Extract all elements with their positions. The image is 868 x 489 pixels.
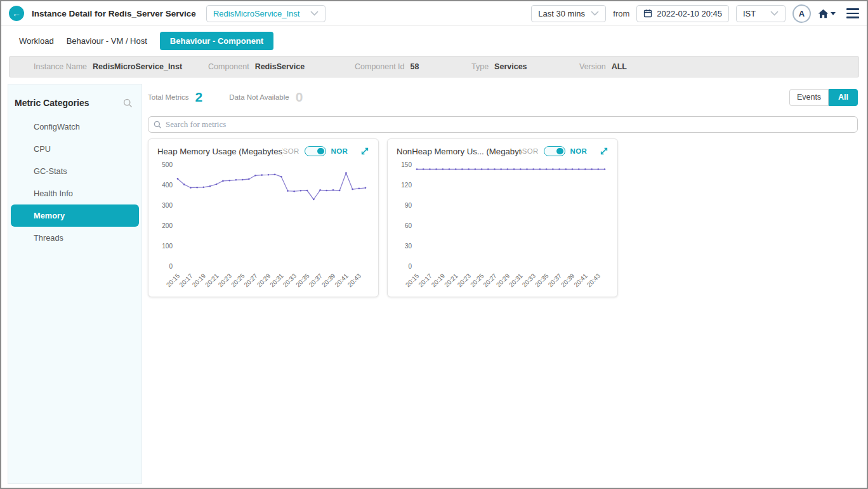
sor-label: SOR (283, 147, 299, 155)
svg-text:20:43: 20:43 (586, 272, 602, 288)
chevron-down-icon (770, 11, 779, 16)
behaviour-tabs: Workload Behaviour - VM / Host Behaviour… (1, 26, 867, 56)
top-right-controls: Last 30 mins from 2022-02-10 20:45 IST A (531, 4, 859, 23)
sidebar-title: Metric Categories (15, 98, 89, 108)
svg-text:20:21: 20:21 (443, 272, 459, 288)
data-not-available-count: 0 (296, 90, 303, 105)
total-metrics-count: 2 (195, 90, 203, 105)
info-version: Version ALL (579, 62, 858, 71)
svg-text:60: 60 (405, 222, 412, 229)
card-controls: SOR NOR (522, 146, 608, 156)
card-header: Heap Memory Usage (Megabytes) SOR NOR (148, 139, 378, 156)
svg-text:20:31: 20:31 (268, 272, 285, 288)
svg-text:120: 120 (401, 182, 412, 189)
sor-label: SOR (522, 147, 539, 155)
svg-text:20:19: 20:19 (430, 272, 447, 288)
sidebar-item-threads[interactable]: Threads (8, 227, 141, 249)
all-button[interactable]: All (829, 89, 858, 106)
info-instance-name: Instance Name RedisMicroService_Inst (34, 62, 208, 71)
calendar-icon (643, 9, 652, 18)
chevron-down-icon (591, 11, 599, 16)
sidebar-item-cpu[interactable]: CPU (8, 138, 141, 160)
chevron-down-icon (310, 11, 319, 16)
nonheap-memory-card: NonHeap Memory Us... (Megabytes) SOR NOR (387, 138, 618, 297)
svg-text:20:25: 20:25 (230, 272, 246, 288)
card-title: NonHeap Memory Us... (Megabytes) (397, 147, 522, 156)
svg-text:150: 150 (401, 161, 412, 168)
svg-text:20:23: 20:23 (217, 272, 233, 288)
heap-memory-card: Heap Memory Usage (Megabytes) SOR NOR (148, 138, 379, 297)
svg-text:20:35: 20:35 (294, 272, 311, 288)
svg-text:200: 200 (162, 222, 173, 229)
time-range-dropdown[interactable]: Last 30 mins (531, 5, 606, 22)
svg-text:0: 0 (169, 263, 173, 270)
sidebar-item-gc-stats[interactable]: GC-Stats (8, 160, 141, 182)
svg-text:20:25: 20:25 (469, 272, 485, 288)
svg-text:20:21: 20:21 (204, 272, 220, 288)
svg-text:20:17: 20:17 (417, 272, 433, 288)
from-label: from (613, 9, 629, 18)
svg-text:20:15: 20:15 (165, 272, 181, 288)
svg-text:20:43: 20:43 (346, 272, 363, 288)
card-controls: SOR NOR (283, 146, 369, 156)
timezone-dropdown[interactable]: IST (736, 5, 786, 22)
metric-cards-row: Heap Memory Usage (Megabytes) SOR NOR (148, 138, 858, 297)
tab-workload[interactable]: Workload (19, 32, 54, 50)
tab-behaviour-component[interactable]: Behaviour - Component (160, 32, 273, 50)
sidebar-item-memory[interactable]: Memory (11, 204, 139, 227)
svg-text:20:27: 20:27 (482, 272, 498, 288)
sor-nor-toggle[interactable] (305, 146, 326, 156)
datetime-picker[interactable]: 2022-02-10 20:45 (636, 5, 729, 22)
instance-dropdown[interactable]: RedisMicroService_Inst (206, 5, 326, 22)
content-layout: Metric Categories ConfigWatch CPU GC-Sta… (1, 83, 867, 488)
search-icon[interactable] (123, 98, 133, 108)
tab-behaviour-vm-host[interactable]: Behaviour - VM / Host (67, 32, 147, 50)
sidebar-item-configwatch[interactable]: ConfigWatch (8, 116, 141, 138)
events-button[interactable]: Events (789, 89, 829, 106)
svg-text:90: 90 (405, 202, 412, 209)
heap-memory-chart: 010020030040050020:1520:1720:1920:2120:2… (148, 156, 378, 291)
svg-text:0: 0 (408, 263, 412, 270)
nonheap-memory-chart: 030609012015020:1520:1720:1920:2120:2320… (388, 156, 617, 291)
svg-text:20:41: 20:41 (333, 272, 350, 288)
timezone-value: IST (743, 9, 756, 18)
svg-text:20:27: 20:27 (242, 272, 259, 288)
svg-text:100: 100 (162, 243, 173, 250)
info-component-id: Component Id 58 (355, 62, 471, 71)
sor-nor-toggle[interactable] (544, 146, 565, 156)
home-menu[interactable] (818, 9, 836, 18)
svg-text:20:41: 20:41 (572, 272, 589, 288)
user-avatar[interactable]: A (792, 4, 811, 23)
svg-text:500: 500 (162, 161, 173, 168)
top-header-bar: ← Instance Detail for Redis_Server Servi… (1, 1, 867, 26)
search-input[interactable] (166, 119, 852, 130)
svg-text:20:37: 20:37 (547, 272, 563, 288)
svg-text:20:23: 20:23 (456, 272, 473, 288)
sidebar-header: Metric Categories (8, 84, 141, 116)
svg-text:20:29: 20:29 (256, 272, 272, 288)
events-all-toggle: Events All (789, 89, 858, 106)
time-range-value: Last 30 mins (538, 9, 585, 18)
expand-icon[interactable] (360, 147, 369, 156)
svg-text:400: 400 (162, 182, 173, 189)
expand-icon[interactable] (600, 147, 608, 156)
instance-info-bar: Instance Name RedisMicroService_Inst Com… (9, 56, 859, 77)
svg-text:20:37: 20:37 (308, 272, 324, 288)
svg-text:20:29: 20:29 (495, 272, 511, 288)
svg-text:20:19: 20:19 (191, 272, 207, 288)
total-metrics: Total Metrics 2 (148, 90, 202, 105)
main-content: Total Metrics 2 Data Not Available 0 Eve… (148, 83, 858, 297)
nor-label: NOR (331, 147, 348, 155)
svg-text:20:17: 20:17 (178, 272, 194, 288)
sidebar-item-health-info[interactable]: Health Info (8, 182, 141, 204)
back-button[interactable]: ← (9, 6, 24, 21)
hamburger-menu-icon[interactable] (846, 8, 859, 18)
svg-text:300: 300 (162, 202, 173, 209)
caret-down-icon (831, 12, 836, 15)
instance-dropdown-value: RedisMicroService_Inst (213, 9, 300, 18)
info-type: Type Services (471, 62, 579, 71)
avatar-letter: A (799, 9, 805, 18)
page-title: Instance Detail for Redis_Server Service (32, 9, 196, 18)
svg-text:20:33: 20:33 (521, 272, 537, 288)
svg-text:20:35: 20:35 (534, 272, 550, 288)
